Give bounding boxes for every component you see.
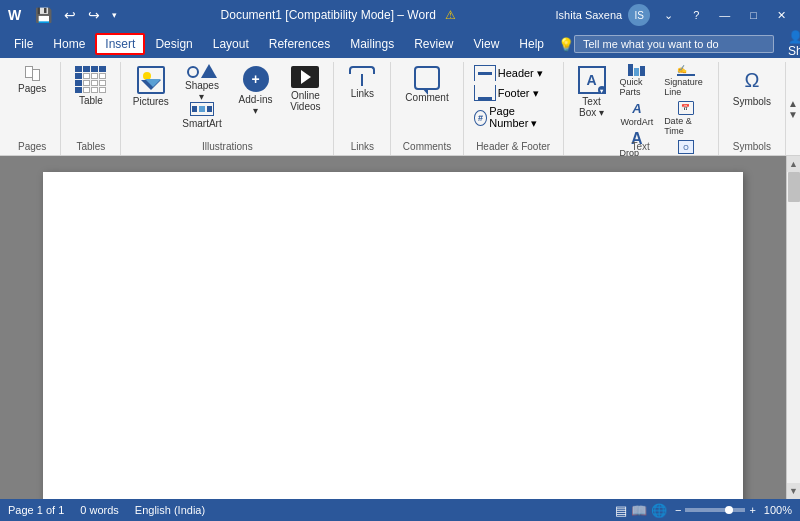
date-time-icon: 📅 [678,101,694,115]
table-button[interactable]: Table [67,62,114,110]
zoom-slider[interactable] [685,508,745,512]
smartart-label: SmartArt [182,118,221,129]
links-group-items: Links [340,62,384,139]
menu-item-design[interactable]: Design [145,33,202,55]
footer-button[interactable]: Footer ▾ [470,84,557,102]
menu-bar: File Home Insert Design Layout Reference… [0,30,800,58]
date-time-button[interactable]: 📅 Date & Time [660,99,712,138]
avatar: IS [628,4,650,26]
ribbon-group-pages: Pages Pages [4,62,61,155]
share-button[interactable]: 👤 Share [778,26,800,62]
text-small-buttons-2: ✍ Signature Line 📅 Date & Time O Object … [660,62,712,132]
user-name: Ishita Saxena [556,9,623,21]
ribbon-scroll-up[interactable]: ▲ [788,98,798,109]
tables-group-items: Table [67,62,114,139]
scroll-up-button[interactable]: ▲ [787,156,800,172]
menu-item-help[interactable]: Help [509,33,554,55]
language: English (India) [135,504,205,516]
ribbon-display-button[interactable]: ⌄ [658,7,679,24]
signature-line-icon: ✍ [677,64,695,76]
word-count: 0 words [80,504,119,516]
ribbon-group-illustrations: Pictures Shapes ▾ [121,62,334,155]
menu-item-mailings[interactable]: Mailings [340,33,404,55]
links-icon [349,66,375,86]
web-layout-button[interactable]: 🌐 [651,503,667,518]
addins-icon: + [243,66,269,92]
redo-button[interactable]: ↪ [84,5,104,25]
header-button[interactable]: Header ▾ [470,64,557,82]
symbols-button[interactable]: Ω Symbols [725,62,779,111]
help-button[interactable]: ? [687,7,705,23]
customize-qa-button[interactable]: ▾ [108,8,121,22]
document-page[interactable] [43,172,743,499]
pages-button[interactable]: Pages [10,62,54,98]
header-footer-group-label: Header & Footer [470,139,557,155]
menu-item-file[interactable]: File [4,33,43,55]
page-number-label: Page Number ▾ [489,105,552,130]
shapes-label: Shapes ▾ [182,80,221,102]
read-mode-button[interactable]: 📖 [631,503,647,518]
lightbulb-icon: 💡 [558,37,574,52]
maximize-button[interactable]: □ [744,7,763,23]
scroll-thumb[interactable] [788,172,800,202]
page-number-button[interactable]: # Page Number ▾ [470,104,557,131]
document-area[interactable] [0,156,786,499]
online-videos-label: OnlineVideos [290,90,320,112]
warning-icon: ⚠ [445,8,456,22]
view-buttons: ▤ 📖 🌐 [615,503,667,518]
symbols-icon: Ω [737,66,767,94]
undo-button[interactable]: ↩ [60,5,80,25]
tables-group-label: Tables [67,139,114,155]
close-button[interactable]: ✕ [771,7,792,24]
minimize-button[interactable]: — [713,7,736,23]
text-group-items: A ▾ TextBox ▾ [570,62,712,139]
quick-access-toolbar: 💾 ↩ ↪ ▾ [31,5,121,25]
zoom-in-button[interactable]: + [749,504,755,516]
zoom-out-button[interactable]: − [675,504,681,516]
symbols-label: Symbols [733,96,771,107]
links-button[interactable]: Links [340,62,384,103]
text-small-buttons: Quick Parts A WordArt A Drop Cap [616,62,659,132]
menu-item-review[interactable]: Review [404,33,463,55]
scroll-track [787,172,800,483]
table-icon [75,66,106,93]
scroll-down-button[interactable]: ▼ [787,483,800,499]
tell-me-bar[interactable]: Tell me what you want to do [574,35,774,53]
print-layout-button[interactable]: ▤ [615,503,627,518]
zoom-level: 100% [764,504,792,516]
symbols-group-items: Ω Symbols [725,62,779,139]
pictures-button[interactable]: Pictures [127,62,174,111]
save-button[interactable]: 💾 [31,5,56,25]
textbox-button[interactable]: A ▾ TextBox ▾ [570,62,614,122]
signature-line-button[interactable]: ✍ Signature Line [660,62,712,99]
addins-label: Add-ins ▾ [238,94,274,116]
textbox-label: TextBox ▾ [579,96,604,118]
shapes-button[interactable]: Shapes ▾ [176,62,227,104]
ribbon-group-tables: Table Tables [61,62,121,155]
menu-item-layout[interactable]: Layout [203,33,259,55]
menu-item-view[interactable]: View [464,33,510,55]
ribbon: Pages Pages Table Tables [0,58,800,156]
header-label: Header ▾ [498,67,543,80]
ribbon-scroll-down[interactable]: ▼ [788,109,798,120]
symbols-group-label: Symbols [725,139,779,155]
table-label: Table [79,95,103,106]
ribbon-group-links: Links Links [334,62,391,155]
illustrations-group-label: Illustrations [127,139,327,155]
text-group-label: Text [570,139,712,155]
comments-group-items: Comment [397,62,456,139]
addins-button[interactable]: + Add-ins ▾ [230,62,282,120]
online-videos-button[interactable]: OnlineVideos [283,62,327,116]
word-logo-icon: W [8,7,21,23]
title-bar: W 💾 ↩ ↪ ▾ Document1 [Compatibility Mode]… [0,0,800,30]
vertical-scrollbar[interactable]: ▲ ▼ [786,156,800,499]
shapes-group: Shapes ▾ SmartArt [176,62,227,131]
comment-button[interactable]: Comment [397,62,456,107]
quick-parts-button[interactable]: Quick Parts [616,62,659,99]
menu-item-references[interactable]: References [259,33,340,55]
wordart-button[interactable]: A WordArt [616,99,659,129]
smart-art-button[interactable]: SmartArt [176,100,227,131]
menu-item-insert[interactable]: Insert [95,33,145,55]
menu-item-home[interactable]: Home [43,33,95,55]
tell-me-label: Tell me what you want to do [583,38,719,50]
